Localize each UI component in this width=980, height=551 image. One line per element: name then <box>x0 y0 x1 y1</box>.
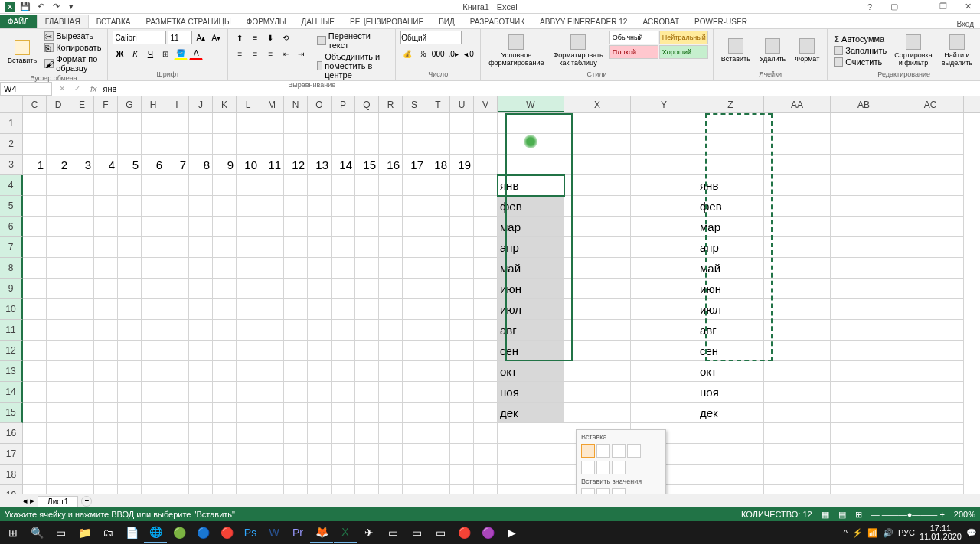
cell[interactable] <box>474 196 498 217</box>
cell[interactable] <box>94 279 118 299</box>
explorer-icon[interactable]: 📁 <box>73 522 96 543</box>
cell[interactable] <box>403 134 426 155</box>
cell[interactable] <box>474 279 498 299</box>
cell[interactable] <box>379 444 403 465</box>
cell[interactable] <box>237 175 260 196</box>
cell[interactable] <box>564 134 631 155</box>
cell[interactable] <box>189 382 213 403</box>
cell[interactable] <box>564 279 631 299</box>
cell[interactable] <box>47 423 70 444</box>
cell[interactable]: ноя <box>697 382 764 403</box>
cell[interactable] <box>260 299 284 320</box>
cell[interactable] <box>355 341 379 361</box>
cell[interactable] <box>47 403 70 423</box>
cell[interactable] <box>237 299 260 320</box>
cell[interactable]: май <box>498 258 564 279</box>
cell[interactable] <box>631 382 697 403</box>
view-layout-btn[interactable]: ▤ <box>838 510 846 520</box>
row-header-2[interactable]: 2 <box>0 134 23 155</box>
cell[interactable] <box>474 361 498 382</box>
tab-abbyy[interactable]: ABBYY FineReader 12 <box>532 15 635 28</box>
cell[interactable] <box>379 279 403 299</box>
cell[interactable] <box>213 423 237 444</box>
cell[interactable] <box>213 175 237 196</box>
cell[interactable]: окт <box>498 361 564 382</box>
cell[interactable] <box>23 465 47 485</box>
cell[interactable] <box>70 237 94 258</box>
cell[interactable] <box>118 175 142 196</box>
cell[interactable] <box>831 403 897 423</box>
cell[interactable] <box>94 299 118 320</box>
cell[interactable] <box>142 465 165 485</box>
cell[interactable] <box>474 258 498 279</box>
cell[interactable] <box>165 258 189 279</box>
cell[interactable] <box>308 485 332 494</box>
cell[interactable] <box>70 403 94 423</box>
cell[interactable] <box>831 217 897 237</box>
format-cells-btn[interactable]: Формат <box>792 31 822 70</box>
cell[interactable] <box>379 113 403 134</box>
cell[interactable] <box>23 320 47 341</box>
col-header-Z[interactable]: Z <box>697 96 764 112</box>
app-icon-11[interactable]: ▶ <box>500 522 523 543</box>
cell[interactable] <box>165 361 189 382</box>
cell[interactable] <box>897 196 964 217</box>
excel-task-icon[interactable]: X <box>334 522 357 543</box>
cell[interactable] <box>213 465 237 485</box>
cell[interactable] <box>355 485 379 494</box>
cell[interactable] <box>764 382 831 403</box>
cell[interactable] <box>47 382 70 403</box>
col-header-W[interactable]: W <box>498 96 564 112</box>
cell[interactable] <box>70 361 94 382</box>
cell[interactable] <box>764 279 831 299</box>
cell[interactable]: фев <box>498 196 564 217</box>
cell[interactable] <box>764 175 831 196</box>
cell[interactable] <box>260 382 284 403</box>
tab-developer[interactable]: РАЗРАБОТЧИК <box>462 15 532 28</box>
help-btn[interactable]: ? <box>861 1 879 13</box>
cell[interactable] <box>260 175 284 196</box>
tab-layout[interactable]: РАЗМЕТКА СТРАНИЦЫ <box>139 15 239 28</box>
cell[interactable] <box>260 320 284 341</box>
cell[interactable] <box>355 196 379 217</box>
cell[interactable] <box>474 237 498 258</box>
cell[interactable] <box>165 113 189 134</box>
cell[interactable] <box>237 320 260 341</box>
cell[interactable] <box>260 258 284 279</box>
cell[interactable] <box>237 465 260 485</box>
cell[interactable]: 2 <box>47 155 70 175</box>
cell[interactable] <box>697 134 764 155</box>
view-normal-btn[interactable]: ▦ <box>822 510 829 520</box>
cell[interactable] <box>564 382 631 403</box>
cell[interactable] <box>564 113 631 134</box>
cell[interactable] <box>403 341 426 361</box>
cell[interactable] <box>118 361 142 382</box>
paste-option-noborder[interactable] <box>581 461 595 474</box>
formula-input[interactable]: янв <box>100 84 980 93</box>
app-icon-1[interactable]: 🗂 <box>96 522 119 543</box>
cell[interactable] <box>237 237 260 258</box>
tray-clock[interactable]: 17:1111.01.2020 <box>920 524 962 541</box>
cell[interactable] <box>450 382 474 403</box>
cell[interactable] <box>355 258 379 279</box>
cell[interactable] <box>403 320 426 341</box>
cell[interactable] <box>426 217 450 237</box>
paste-option-all[interactable] <box>581 444 595 458</box>
cell[interactable] <box>23 113 47 134</box>
cell[interactable] <box>165 382 189 403</box>
cell[interactable] <box>260 485 284 494</box>
new-sheet-btn[interactable]: + <box>81 496 92 507</box>
cell[interactable] <box>564 196 631 217</box>
cell[interactable] <box>308 113 332 134</box>
cell[interactable] <box>764 361 831 382</box>
cell[interactable] <box>764 403 831 423</box>
cell[interactable] <box>94 175 118 196</box>
style-bad[interactable]: Плохой <box>609 45 658 59</box>
col-header-R[interactable]: R <box>379 96 403 112</box>
col-header-E[interactable]: E <box>70 96 94 112</box>
cell[interactable] <box>165 299 189 320</box>
cell[interactable] <box>474 341 498 361</box>
percent-btn[interactable]: % <box>416 47 430 60</box>
cell[interactable] <box>237 113 260 134</box>
cell[interactable] <box>23 299 47 320</box>
